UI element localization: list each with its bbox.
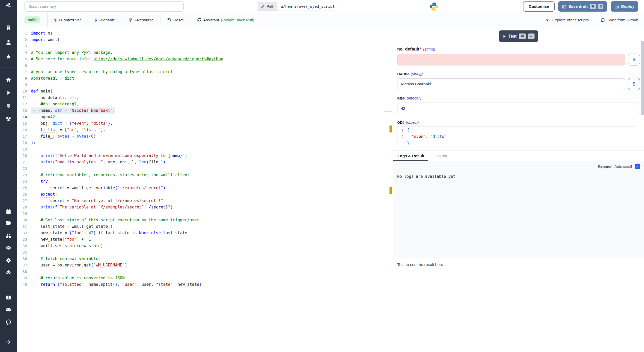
- play-icon: [503, 35, 506, 38]
- code-line: 39 # return value is converted to JSON: [17, 275, 388, 281]
- audit-logs-eye-icon[interactable]: [5, 245, 12, 251]
- reset-button[interactable]: Reset: [160, 13, 190, 27]
- no-logs-message: No logs are available yet: [397, 174, 640, 179]
- favorites-star-icon[interactable]: [5, 53, 12, 60]
- code-line: 27 secret = "No secret yet at f/examples…: [17, 198, 388, 204]
- settings-gear-icon[interactable]: [5, 257, 12, 264]
- github-icon: [600, 18, 605, 22]
- path-value: u/henri/overjoyed_script: [277, 2, 338, 11]
- autoscroll-checkbox[interactable]: ✓: [635, 164, 640, 169]
- pencil-icon: [261, 5, 265, 9]
- field-name: name (string) $: [393, 65, 644, 90]
- code-line: 10def main(: [17, 88, 388, 95]
- add-variable-button[interactable]: $ +Variable: [88, 13, 122, 27]
- field-type: (integer): [407, 96, 421, 100]
- add-resource-button[interactable]: +Resource: [122, 13, 160, 27]
- name-input[interactable]: [397, 78, 625, 90]
- code-line: 18):: [17, 140, 388, 146]
- docs-book-icon[interactable]: [5, 294, 12, 301]
- schedules-calendar-icon[interactable]: [5, 208, 12, 215]
- code-line: 19: [17, 146, 388, 153]
- runs-play-icon[interactable]: [5, 89, 12, 96]
- code-line: 20 print(f"Hello World and a warm welcom…: [17, 153, 388, 159]
- customise-button[interactable]: Customise: [523, 1, 554, 12]
- sidebar: $: [0, 0, 17, 352]
- top-header: Path u/henri/overjoyed_script Customise …: [17, 0, 644, 13]
- sidebar-divider: [0, 68, 17, 68]
- tab-history[interactable]: History: [434, 150, 447, 161]
- insert-variable-button[interactable]: $: [628, 78, 640, 90]
- insert-variable-button[interactable]: $: [628, 54, 640, 65]
- resources-cubes-icon[interactable]: [5, 116, 12, 122]
- s-key-badge: S: [598, 4, 603, 9]
- code-line: 34 wmill.set_state(new_state): [17, 243, 388, 249]
- obj-json-editor[interactable]: 1{2 "even": "dicts"3}: [397, 126, 636, 147]
- github-icon[interactable]: [5, 319, 12, 325]
- code-line: 35: [17, 249, 388, 256]
- code-line: 37 user = os.environ.get("WM_USERNAME"): [17, 262, 388, 269]
- add-context-var-button[interactable]: $ +Context Var: [48, 13, 88, 27]
- windmill-script-editor: $: [0, 0, 644, 352]
- editor-toolbar: Valid $ +Context Var $ +Variable +Resour…: [17, 13, 644, 27]
- field-label: obj: [397, 120, 404, 125]
- code-line: 8#postgresql = dict: [17, 75, 388, 82]
- code-line: 1import os: [17, 30, 388, 37]
- no-default-input[interactable]: [397, 54, 625, 65]
- deploy-button[interactable]: Deploy: [611, 1, 638, 12]
- code-line: 28 print(f"The variable at `f/examples/s…: [17, 204, 388, 211]
- code-line: 40 return {"splitted": name.split(), "us…: [17, 281, 388, 288]
- result-placeholder: Test to see the result here: [397, 262, 443, 267]
- user-icon[interactable]: [5, 39, 12, 46]
- test-button[interactable]: Test ⌘ ↵: [499, 30, 538, 42]
- folders-icon[interactable]: [5, 220, 12, 226]
- code-line: 14 age=42,: [17, 114, 388, 120]
- code-line: 15 obj: dict = {"even": "dicts"},: [17, 120, 388, 127]
- expand-sidebar-arrow-icon[interactable]: [5, 339, 12, 345]
- code-line: 23 # retrieve variables, resources, stat…: [17, 172, 388, 178]
- age-input[interactable]: [397, 103, 640, 114]
- field-type: (string): [411, 71, 423, 76]
- path-badge[interactable]: Path u/henri/overjoyed_script: [258, 2, 338, 11]
- save-draft-label: Save draft: [569, 4, 588, 9]
- code-line: 33 new_state["foo"] += 1: [17, 236, 388, 243]
- assistant-button[interactable]: Assistant (Pyright Black Ruff): [190, 13, 261, 27]
- workspace-icon[interactable]: [5, 24, 12, 31]
- dollar-icon: $: [95, 18, 97, 22]
- undo-icon: [167, 18, 171, 22]
- sync-from-github-button[interactable]: Sync from Github: [600, 18, 638, 22]
- code-line: 32 new_state = {"foo": 42} if last_state…: [17, 230, 388, 236]
- explore-other-scripts-button[interactable]: Explore other scripts: [545, 18, 589, 22]
- path-label: Path: [267, 4, 274, 9]
- cmd-key-badge: ⌘: [519, 33, 526, 39]
- save-draft-button[interactable]: Save draft ⌘ S: [558, 1, 607, 12]
- sidebar-divider: [0, 331, 17, 331]
- panel-resize-handle[interactable]: [384, 112, 392, 112]
- field-obj: obj (object): [393, 114, 644, 125]
- code-line: 3: [17, 43, 388, 49]
- field-type: (string): [423, 47, 435, 51]
- groups-icon[interactable]: [5, 233, 12, 239]
- discord-icon[interactable]: [5, 306, 12, 313]
- valid-status-badge: Valid: [24, 16, 40, 23]
- preview-panel: Test ⌘ ↵ no_default* (string) $ name (st…: [393, 27, 644, 352]
- save-icon: [615, 4, 619, 9]
- ai-robot-icon[interactable]: [5, 269, 12, 276]
- code-line: 30 # Get last state of this script execu…: [17, 217, 388, 223]
- assistant-linters: (Pyright Black Ruff): [221, 18, 254, 22]
- script-summary-input[interactable]: [24, 1, 184, 12]
- home-icon[interactable]: [5, 77, 12, 83]
- variables-dollar-icon[interactable]: $: [5, 102, 12, 109]
- expand-button[interactable]: Expand: [598, 164, 612, 169]
- code-editor[interactable]: 1import os2import wmill34# You can impor…: [17, 27, 388, 352]
- code-line: 21 print("and its acolytes..", age, obj,…: [17, 159, 388, 165]
- tab-logs-result[interactable]: Logs & Result: [397, 150, 425, 161]
- field-label: name: [397, 71, 409, 76]
- field-no-default: no_default* (string) $: [393, 41, 644, 65]
- code-line: 2import wmill: [17, 37, 388, 43]
- code-line: 38: [17, 269, 388, 275]
- windmill-logo-icon[interactable]: [5, 2, 12, 9]
- code-line: 7# you can use typed resources by doing …: [17, 69, 388, 75]
- code-line: 31 last_state = wmill.get_state(): [17, 223, 388, 230]
- panel-scrollbar[interactable]: [641, 41, 644, 115]
- code-line: 25 secret = wmill.get_variable("f/exampl…: [17, 185, 388, 191]
